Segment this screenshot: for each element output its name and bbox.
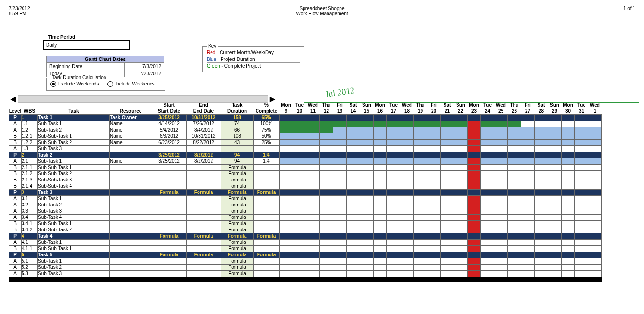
gantt-cell bbox=[374, 270, 387, 277]
gantt-cell bbox=[347, 145, 360, 152]
table-row[interactable]: B4.1.1Sub-Sub-Task 1Formula bbox=[9, 245, 602, 252]
gantt-cell bbox=[575, 220, 588, 227]
gantt-cell bbox=[508, 127, 521, 133]
gantt-cell bbox=[333, 139, 347, 145]
day-number: 9 bbox=[280, 108, 293, 114]
gantt-cell bbox=[280, 189, 293, 195]
table-row[interactable]: B2.1.4Sub-Sub-Task 4Formula bbox=[9, 183, 602, 189]
gantt-cell bbox=[548, 170, 562, 177]
gantt-cell bbox=[575, 245, 588, 252]
gantt-cell bbox=[468, 114, 481, 121]
gantt-cell bbox=[400, 227, 414, 233]
gantt-cell bbox=[481, 233, 494, 239]
table-row[interactable]: A5.2Sub-Task 2Formula bbox=[9, 264, 602, 270]
gantt-cell bbox=[280, 258, 293, 264]
table-row[interactable]: A1.2Sub-Task 2Name5/4/20128/4/20126675% bbox=[9, 127, 602, 133]
gantt-cell bbox=[374, 145, 387, 152]
gantt-cell bbox=[360, 220, 374, 227]
table-row[interactable]: A4.1Sub-Task 1Formula bbox=[9, 239, 602, 245]
gantt-cell bbox=[454, 252, 468, 258]
table-row[interactable]: A1.1Sub-Task 1Name4/14/20127/26/20127410… bbox=[9, 121, 602, 127]
gantt-cell bbox=[535, 133, 548, 139]
gantt-cell bbox=[481, 202, 494, 208]
gantt-cell bbox=[347, 189, 360, 195]
table-row[interactable]: A5.1Sub-Task 1Formula bbox=[9, 258, 602, 264]
gantt-cell bbox=[454, 164, 468, 170]
gantt-cell bbox=[454, 158, 468, 164]
gantt-cell bbox=[280, 133, 293, 139]
table-row[interactable]: P5Task 5FormulaFormulaFormulaFormula bbox=[9, 252, 602, 258]
table-row[interactable]: B2.1.2Sub-Sub-Task 2Formula bbox=[9, 170, 602, 177]
gantt-cell bbox=[387, 158, 400, 164]
exclude-weekends-radio[interactable]: Exclude Weekends bbox=[50, 81, 99, 87]
table-row[interactable]: B1.2.1Sub-Sub-Task 1Name6/3/201210/31/20… bbox=[9, 133, 602, 139]
gantt-cell bbox=[521, 121, 535, 127]
gantt-cell bbox=[293, 258, 306, 264]
today-date-cell[interactable]: 7/23/2012 bbox=[125, 70, 164, 77]
gantt-cell bbox=[293, 227, 306, 233]
gantt-cell bbox=[494, 270, 508, 277]
gantt-cell bbox=[494, 183, 508, 189]
table-row[interactable]: P1Task 1Task Owner3/25/201210/31/2012158… bbox=[9, 114, 602, 121]
gantt-cell bbox=[306, 208, 320, 214]
include-weekends-radio[interactable]: Include Weekends bbox=[107, 81, 154, 87]
gantt-cell bbox=[387, 258, 400, 264]
table-row[interactable]: A3.1Sub-Task 1Formula bbox=[9, 195, 602, 202]
gantt-cell bbox=[481, 214, 494, 220]
gantt-cell bbox=[562, 258, 575, 264]
gantt-cell bbox=[306, 264, 320, 270]
day-number: 29 bbox=[548, 108, 562, 114]
table-row[interactable]: A3.2Sub-Task 2Formula bbox=[9, 202, 602, 208]
gantt-cell bbox=[414, 127, 427, 133]
table-row[interactable]: A1.3Sub-Task 3 bbox=[9, 145, 602, 152]
gantt-cell bbox=[320, 264, 333, 270]
scroll-right-icon[interactable]: ▶ bbox=[268, 95, 277, 103]
table-row[interactable]: B3.4.2Sub-Sub-Task 2Formula bbox=[9, 227, 602, 233]
gantt-cell bbox=[400, 177, 414, 183]
beginning-date-cell[interactable]: 7/3/2012 bbox=[125, 63, 164, 70]
table-row[interactable]: P2Task 23/25/20128/2/2012941% bbox=[9, 152, 602, 158]
key-row: Red - Current Month/Week/Day bbox=[207, 49, 300, 56]
table-row[interactable]: B3.4.1Sub-Sub-Task 1Formula bbox=[9, 220, 602, 227]
scroll-left-icon[interactable]: ◀ bbox=[9, 95, 18, 103]
gantt-cell bbox=[468, 270, 481, 277]
gantt-cell bbox=[508, 239, 521, 245]
gantt-cell bbox=[508, 158, 521, 164]
gantt-cell bbox=[508, 114, 521, 121]
gantt-cell bbox=[427, 152, 441, 158]
scrollbar-track[interactable] bbox=[18, 95, 268, 103]
gantt-cell bbox=[508, 233, 521, 239]
table-row[interactable]: A5.3Sub-Task 3Formula bbox=[9, 270, 602, 277]
gantt-cell bbox=[468, 121, 481, 127]
gantt-cell bbox=[521, 258, 535, 264]
gantt-cell bbox=[575, 114, 588, 121]
table-row[interactable]: P3Task 3FormulaFormulaFormulaFormula bbox=[9, 189, 602, 195]
gantt-cell bbox=[427, 183, 441, 189]
table-row[interactable]: P4Task 4FormulaFormulaFormulaFormula bbox=[9, 233, 602, 239]
gantt-cell bbox=[414, 220, 427, 227]
time-period-select[interactable]: Daily bbox=[43, 40, 130, 50]
table-row[interactable]: A3.4Sub-Task 4Formula bbox=[9, 214, 602, 220]
gantt-cell bbox=[588, 139, 602, 145]
gantt-cell bbox=[400, 127, 414, 133]
table-row[interactable]: B1.2.2Sub-Sub-Task 2Name6/23/20128/22/20… bbox=[9, 139, 602, 145]
gantt-cell bbox=[494, 177, 508, 183]
gantt-cell bbox=[387, 189, 400, 195]
table-row[interactable]: A3.3Sub-Task 3Formula bbox=[9, 208, 602, 214]
gantt-cell bbox=[481, 183, 494, 189]
table-row[interactable]: A2.1Sub-Task 1Name3/25/20128/2/2012941% bbox=[9, 158, 602, 164]
gantt-cell bbox=[481, 208, 494, 214]
gantt-cell bbox=[575, 239, 588, 245]
gantt-cell bbox=[494, 114, 508, 121]
gantt-cell bbox=[535, 189, 548, 195]
gantt-cell bbox=[347, 202, 360, 208]
table-row[interactable]: B2.1.3Sub-Sub-Task 3Formula bbox=[9, 177, 602, 183]
table-row[interactable]: B2.1.1Sub-Sub-Task 1Formula bbox=[9, 164, 602, 170]
gantt-cell bbox=[508, 214, 521, 220]
gantt-dates-table: Gantt Chart Dates Beginning Date7/3/2012… bbox=[46, 56, 164, 77]
gantt-cell bbox=[387, 214, 400, 220]
gantt-cell bbox=[360, 239, 374, 245]
day-number: 14 bbox=[347, 108, 360, 114]
gantt-cell bbox=[374, 164, 387, 170]
gantt-cell bbox=[575, 183, 588, 189]
